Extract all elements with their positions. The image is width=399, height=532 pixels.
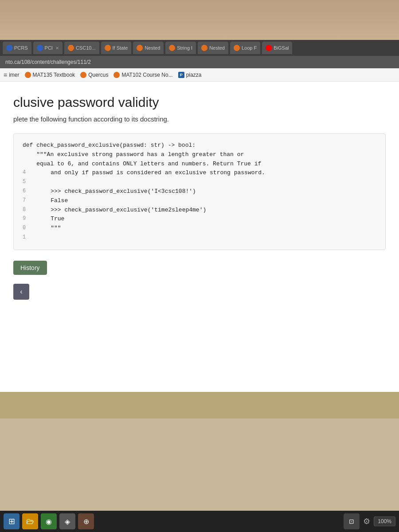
line-num-5: 5 [23,178,31,187]
line-num-7: 7 [23,196,31,206]
tab-close-pci[interactable]: ✕ [55,46,59,51]
tab-label-if-state: If State [113,45,128,51]
tab-nested1[interactable]: Nested [133,42,164,54]
taskbar-icon-browser[interactable]: ◉ [41,513,57,529]
tab-icon-string [169,45,175,51]
code-line-4: 4 and only if passwd is considered an ex… [23,168,376,178]
taskbar-icon-app1[interactable]: ◈ [59,513,75,529]
bookmark-mat102[interactable]: MAT102 Course No... [113,72,172,78]
code-line-5: 5 [23,178,376,187]
line-num-4: 4 [23,168,31,178]
code-content-6: >>> check_password_exclusive('I<3csc108!… [37,187,196,196]
browser-tabs-bar: PCRS PCI ✕ CSC10... If State Nested Stri… [0,40,399,56]
tab-bigsal[interactable]: BiGSal [262,42,292,54]
bookmark-label-piazza: piazza [186,72,202,78]
bookmark-icon-mat135 [25,72,31,78]
tab-csc10[interactable]: CSC10... [64,42,99,54]
top-decoration [0,0,399,40]
code-content-5 [37,178,40,187]
code-line-3: equal to 6, and contains ONLY letters an… [23,160,376,169]
buttons-area: History [13,261,386,275]
code-content-2: """An exclusive strong password has a le… [23,150,244,160]
back-button[interactable]: ‹ [13,284,29,300]
bookmark-icon-mat102 [113,72,120,78]
code-line-1: def check_password_exclusive(passwd: str… [23,141,376,150]
page-subtitle: plete the following function according t… [13,115,386,123]
tab-pcrs[interactable]: PCRS [3,42,31,54]
taskbar-icon-pc[interactable]: ⊡ [344,513,360,529]
tab-label-pci: PCI [45,45,53,51]
code-content-7: False [37,196,68,206]
bookmark-label-mat102: MAT102 Course No... [121,72,172,78]
taskbar-gear-icon[interactable]: ⚙ [363,516,370,526]
bookmark-icon-quercus [80,72,86,78]
code-line-7: 7 False [23,196,376,206]
back-button-area: ‹ [13,284,386,300]
tab-label-pcrs: PCRS [14,45,28,51]
tab-string[interactable]: String I [165,42,196,54]
page-title: clusive password validity [13,95,386,110]
taskbar-icon-monitor[interactable]: ⊞ [4,513,20,529]
bottom-bg [0,392,399,419]
bookmarks-bar: ≡ imer MAT135 Textbook Quercus MAT102 Co… [0,68,399,82]
code-content-1: def check_password_exclusive(passwd: str… [23,141,196,150]
code-block: def check_password_exclusive(passwd: str… [13,133,386,250]
code-line-6: 6 >>> check_password_exclusive('I<3csc10… [23,187,376,196]
tab-loop-f[interactable]: Loop F [230,42,260,54]
bookmark-imer[interactable]: ≡ imer [4,71,20,78]
taskbar: ⊞ 🗁 ◉ ◈ ⊕ ⊡ ⚙ 100% [0,511,399,532]
code-line-8: 8 >>> check_password_exclusive('time2sle… [23,206,376,215]
bookmark-piazza[interactable]: P piazza [178,72,202,78]
bookmark-label-mat135: MAT135 Textbook [33,72,75,78]
tab-icon-pci [37,45,43,51]
tab-label-nested1: Nested [145,45,160,51]
taskbar-zoom-label: 100% [374,516,395,526]
code-line-2: """An exclusive strong password has a le… [23,150,376,160]
line-num-9: 9 [23,215,31,224]
code-content-3: equal to 6, and contains ONLY letters an… [23,160,261,169]
code-content-11 [37,233,40,243]
history-button[interactable]: History [13,261,47,275]
bookmark-quercus[interactable]: Quercus [80,72,108,78]
code-line-10: 0 """ [23,224,376,233]
tab-icon-pcrs [6,45,12,51]
tab-label-csc10: CSC10... [76,45,96,51]
tab-nested2[interactable]: Nested [198,42,228,54]
code-content-10: """ [37,224,61,233]
bookmark-mat135[interactable]: MAT135 Textbook [25,72,75,78]
tab-label-nested2: Nested [209,45,225,51]
tab-icon-nested2 [201,45,207,51]
code-content-4: and only if passwd is considered an excl… [37,168,265,178]
code-content-8: >>> check_password_exclusive('time2sleep… [37,206,206,215]
line-num-11: 1 [23,233,31,243]
bookmark-label-imer: imer [9,72,19,78]
line-num-8: 8 [23,206,31,215]
line-num-10: 0 [23,224,31,233]
address-text: nto.ca/108/content/challenges/111/2 [5,59,91,65]
tab-icon-if-state [105,45,111,51]
taskbar-icon-folder[interactable]: 🗁 [22,513,38,529]
tab-pci[interactable]: PCI ✕ [33,42,63,54]
tab-if-state[interactable]: If State [101,42,132,54]
address-bar[interactable]: nto.ca/108/content/challenges/111/2 [0,56,399,68]
tab-icon-csc10 [68,45,74,51]
tab-icon-nested1 [137,45,143,51]
code-content-9: True [37,215,64,224]
taskbar-right: ⊡ ⚙ 100% [344,513,395,529]
code-line-11: 1 [23,233,376,243]
line-num-6: 6 [23,187,31,196]
tab-label-bigsal: BiGSal [274,45,289,51]
bookmark-icon-piazza: P [178,72,184,78]
main-content: clusive password validity plete the foll… [0,82,399,392]
tab-icon-bigsal [266,45,272,51]
bookmark-label-quercus: Quercus [88,72,108,78]
tab-icon-loop-f [234,45,240,51]
tab-label-loop-f: Loop F [242,45,257,51]
tab-label-string: String I [177,45,192,51]
taskbar-icon-app2[interactable]: ⊕ [78,513,94,529]
code-line-9: 9 True [23,215,376,224]
